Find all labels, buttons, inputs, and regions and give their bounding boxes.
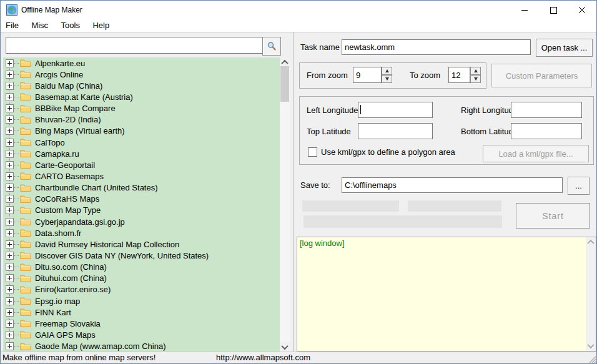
expand-plus-icon[interactable] <box>6 331 14 339</box>
tree-connector <box>14 323 19 324</box>
tree-item-row[interactable]: CalTopo <box>3 137 290 148</box>
tree-item-label: CARTO Basemaps <box>35 172 104 181</box>
folder-icon <box>20 285 31 294</box>
load-kml-button[interactable]: Load a kml/gpx file... <box>483 145 589 162</box>
start-button[interactable]: Start <box>516 203 590 229</box>
tree-item-row[interactable]: Ditu.so.com (China) <box>3 262 290 273</box>
kml-checkbox[interactable] <box>308 147 317 157</box>
tree-item-row[interactable]: GAIA GPS Maps <box>3 329 290 340</box>
tree-item-row[interactable]: Gaode Map (www.amap.com China) <box>3 341 290 352</box>
folder-icon <box>20 70 31 79</box>
expand-plus-icon[interactable] <box>6 297 14 305</box>
spin-down-icon[interactable] <box>382 75 392 83</box>
expand-plus-icon[interactable] <box>6 320 14 328</box>
tree-item-row[interactable]: Bing Maps (Virtual earth) <box>3 125 290 137</box>
expand-plus-icon[interactable] <box>6 240 14 248</box>
expand-plus-icon[interactable] <box>6 82 14 90</box>
browse-button[interactable]: ... <box>568 177 590 195</box>
minimize-button[interactable] <box>510 1 539 19</box>
search-input[interactable] <box>6 37 264 54</box>
tree-item-row[interactable]: Dituhui.com (China) <box>3 273 290 284</box>
expand-plus-icon[interactable] <box>6 229 14 237</box>
tree-item-row[interactable]: Baidu Map (China) <box>3 80 290 91</box>
maximize-button[interactable] <box>539 1 568 19</box>
tree-connector <box>14 255 19 256</box>
expand-plus-icon[interactable] <box>6 161 14 169</box>
menu-item[interactable]: Tools <box>56 19 85 32</box>
tree-item-row[interactable]: Discover GIS Data NY (NewYork, United St… <box>3 250 290 261</box>
top-latitude-input[interactable] <box>358 123 433 139</box>
spin-down-icon[interactable] <box>470 75 481 83</box>
expand-plus-icon[interactable] <box>6 127 14 135</box>
expand-plus-icon[interactable] <box>6 263 14 271</box>
tree-item-row[interactable]: Freemap Slovakia <box>3 318 290 329</box>
expand-plus-icon[interactable] <box>6 342 14 350</box>
close-button[interactable] <box>568 1 596 19</box>
bottom-latitude-input[interactable] <box>511 123 582 139</box>
tree-item-row[interactable]: FINN Kart <box>3 307 290 318</box>
expand-plus-icon[interactable] <box>6 285 14 293</box>
expand-plus-icon[interactable] <box>6 150 14 158</box>
to-zoom-input[interactable] <box>448 67 470 83</box>
tree-item-row[interactable]: Custom Map Type <box>3 205 290 216</box>
tree-item-row[interactable]: Cyberjapandata.gsi.go.jp <box>3 216 290 227</box>
expand-plus-icon[interactable] <box>6 116 14 124</box>
left-longitude-input[interactable] <box>358 102 433 118</box>
tree-item-row[interactable]: BBBike Map Compare <box>3 103 290 114</box>
scroll-down-icon[interactable] <box>586 341 596 351</box>
open-task-button[interactable]: Open task ... <box>536 39 593 57</box>
save-path-input[interactable] <box>342 177 563 193</box>
menu-item[interactable]: File <box>1 19 24 32</box>
resize-grip-icon[interactable] <box>588 355 596 363</box>
menu-item[interactable]: Help <box>87 19 114 32</box>
expand-plus-icon[interactable] <box>6 104 14 112</box>
tree-item-label: Freemap Slovakia <box>35 319 101 328</box>
expand-plus-icon[interactable] <box>6 274 14 282</box>
from-zoom-input[interactable] <box>353 67 382 83</box>
tree-item-row[interactable]: Camapka.ru <box>3 148 290 159</box>
folder-icon <box>20 138 31 147</box>
tree-item-row[interactable]: David Rumsey Historical Map Collection <box>3 239 290 250</box>
tree-connector <box>14 119 19 120</box>
custom-parameters-button[interactable]: Custom Parameters <box>491 64 592 87</box>
tree-connector <box>14 278 19 278</box>
folder-icon <box>20 195 31 204</box>
right-longitude-input[interactable] <box>511 102 582 118</box>
spin-up-icon[interactable] <box>382 67 392 75</box>
tree-item-row[interactable]: Bhuvan-2D (India) <box>3 114 290 125</box>
expand-plus-icon[interactable] <box>6 195 14 203</box>
tree-item-label: Basemap.at Karte (Austria) <box>35 92 133 102</box>
tree-item-row[interactable]: CoCoRaHS Maps <box>3 194 290 205</box>
search-button[interactable] <box>262 37 281 56</box>
tree-item-row[interactable]: Eniro(kartor.eniro.se) <box>3 284 290 295</box>
task-name-input[interactable] <box>342 39 531 55</box>
expand-plus-icon[interactable] <box>6 218 14 226</box>
tree-item-label: Ditu.so.com (China) <box>35 262 107 272</box>
expand-plus-icon[interactable] <box>6 93 14 101</box>
expand-plus-icon[interactable] <box>6 252 14 260</box>
menu-item[interactable]: Misc <box>26 19 53 32</box>
expand-plus-icon[interactable] <box>6 184 14 192</box>
log-scrollbar[interactable] <box>586 237 596 351</box>
folder-icon <box>20 92 31 101</box>
tree-item-row[interactable]: Alpenkarte.eu <box>3 57 290 69</box>
expand-plus-icon[interactable] <box>6 308 14 317</box>
tree-item-label: CalTopo <box>35 138 65 147</box>
tree-item-row[interactable]: Chartbundle Chart (United States) <box>3 182 290 194</box>
expand-plus-icon[interactable] <box>6 139 14 147</box>
tree-item-row[interactable]: Carte-Geoportail <box>3 159 290 170</box>
expand-plus-icon[interactable] <box>6 59 14 67</box>
tree-item-row[interactable]: Data.shom.fr <box>3 227 290 239</box>
tree-item-row[interactable]: Arcgis Online <box>3 69 290 80</box>
scroll-up-icon[interactable] <box>586 237 596 247</box>
expand-plus-icon[interactable] <box>6 206 14 214</box>
tree-item-row[interactable]: Epsg.io map <box>3 295 290 307</box>
right-longitude-label: Right Longitude <box>461 106 518 115</box>
spin-up-icon[interactable] <box>470 67 481 75</box>
expand-plus-icon[interactable] <box>6 172 14 180</box>
tree-connector <box>14 267 19 267</box>
tree-item-row[interactable]: CARTO Basemaps <box>3 170 290 182</box>
tree-item-row[interactable]: Basemap.at Karte (Austria) <box>3 91 290 102</box>
expand-plus-icon[interactable] <box>6 71 14 79</box>
progress-bar-total <box>303 215 502 228</box>
